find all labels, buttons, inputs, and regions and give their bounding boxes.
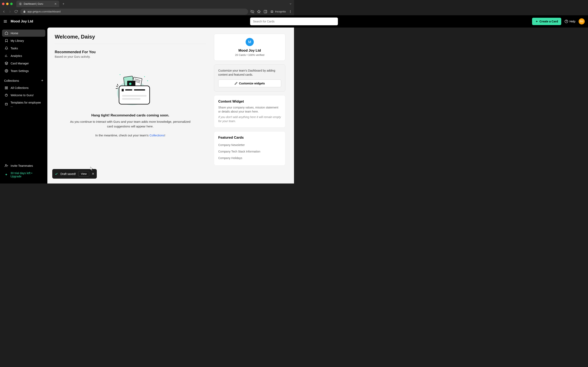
main-content: Welcome, Daisy Recommended For You Based… bbox=[47, 27, 294, 184]
search-input[interactable] bbox=[253, 20, 294, 23]
user-plus-icon bbox=[4, 164, 8, 167]
url-text: app.getguru.com/dashboard bbox=[27, 10, 61, 13]
collections-link[interactable]: Collections bbox=[149, 133, 164, 137]
forward-button[interactable] bbox=[8, 10, 12, 13]
app-header: Mood Joy Ltd Create a Card Help DJ bbox=[0, 15, 294, 27]
svg-point-20 bbox=[6, 70, 7, 71]
right-rail: M Mood Joy Ltd 20 Cards • 100% verified … bbox=[214, 34, 285, 177]
featured-item[interactable]: Company Tech Stack Information bbox=[218, 148, 281, 155]
tab-bar: G Dashboard | Guru ✕ + bbox=[0, 0, 294, 8]
tab-close-icon[interactable]: ✕ bbox=[54, 2, 57, 6]
empty-state: Hang tight! Recommended cards coming soo… bbox=[55, 58, 206, 145]
empty-cta: In the meantime, check out your team's C… bbox=[67, 133, 194, 137]
bell-icon bbox=[4, 47, 8, 50]
svg-point-8 bbox=[290, 12, 291, 13]
toast-message: Draft saved! bbox=[61, 172, 76, 175]
tab-title: Dashboard | Guru bbox=[24, 2, 53, 5]
org-name: Mood Joy Ltd bbox=[218, 49, 281, 53]
url-bar[interactable]: app.getguru.com/dashboard bbox=[20, 8, 248, 15]
toast-close-icon[interactable]: ✕ bbox=[92, 172, 94, 176]
new-tab-button[interactable]: + bbox=[61, 1, 66, 7]
toolbar-icons: Incognito bbox=[251, 10, 292, 13]
bookmark-icon bbox=[4, 39, 8, 42]
nav-my-library[interactable]: My Library bbox=[2, 37, 45, 44]
search-box[interactable] bbox=[250, 17, 294, 25]
recommended-title: Recommended For You bbox=[55, 50, 206, 54]
grid-icon bbox=[4, 86, 8, 90]
svg-rect-22 bbox=[7, 87, 8, 88]
add-collection-button[interactable]: + bbox=[41, 78, 43, 83]
workspace-name[interactable]: Mood Joy Ltd bbox=[11, 19, 33, 24]
app-body: Home My Library Tasks Analytics Card Man… bbox=[0, 15, 294, 184]
analytics-icon bbox=[4, 54, 8, 58]
kebab-menu-icon[interactable] bbox=[289, 10, 292, 13]
svg-rect-2 bbox=[264, 10, 267, 13]
collection-welcome[interactable]: Welcome to Guru! bbox=[2, 92, 45, 99]
svg-point-25 bbox=[5, 94, 8, 96]
nav-home[interactable]: Home bbox=[2, 30, 45, 37]
eye-off-icon[interactable] bbox=[251, 10, 254, 13]
content-widget-desc: Share your company values, mission state… bbox=[218, 106, 281, 114]
incognito-icon bbox=[270, 10, 274, 13]
featured-item[interactable]: Company Newsletter bbox=[218, 142, 281, 148]
empty-title: Hang tight! Recommended cards coming soo… bbox=[67, 113, 194, 117]
svg-point-5 bbox=[272, 12, 273, 13]
empty-description: As you continue to interact with Guru an… bbox=[67, 119, 194, 129]
svg-rect-43 bbox=[122, 95, 147, 97]
nav-team-settings[interactable]: Team Settings bbox=[2, 67, 45, 75]
browser-chrome: G Dashboard | Guru ✕ + app.getguru.com/d… bbox=[0, 0, 294, 15]
sidebar: Home My Library Tasks Analytics Card Man… bbox=[0, 15, 47, 184]
welcome-title: Welcome, Daisy bbox=[55, 34, 206, 40]
trial-upgrade[interactable]: 30 trial days left • Upgrade bbox=[2, 170, 45, 180]
window-minimize[interactable] bbox=[6, 3, 9, 5]
customize-widget: Customize your team's Dashboard by addin… bbox=[214, 64, 285, 92]
content-widget-title: Content Widget bbox=[218, 100, 281, 104]
gear-icon bbox=[4, 69, 8, 73]
svg-rect-26 bbox=[5, 103, 7, 105]
svg-point-45 bbox=[120, 74, 121, 75]
featured-widget[interactable]: Featured Cards Company Newsletter Compan… bbox=[214, 131, 285, 166]
collections-list: All Collections Welcome to Guru! Templat… bbox=[0, 84, 47, 110]
collections-header: Collections + bbox=[0, 75, 47, 84]
svg-marker-1 bbox=[258, 10, 260, 13]
incognito-badge[interactable]: Incognito bbox=[270, 10, 286, 13]
invite-teammates[interactable]: Invite Teammates bbox=[2, 162, 45, 169]
collection-all[interactable]: All Collections bbox=[2, 84, 45, 91]
nav-tasks[interactable]: Tasks bbox=[2, 45, 45, 52]
customize-widgets-button[interactable]: Customize widgets bbox=[218, 80, 281, 87]
sparkle-icon bbox=[4, 173, 8, 176]
lock-icon bbox=[23, 10, 26, 13]
check-icon bbox=[55, 172, 58, 175]
panel-icon[interactable] bbox=[264, 10, 267, 13]
svg-point-38 bbox=[129, 83, 131, 85]
layers-icon bbox=[4, 62, 8, 65]
window-controls bbox=[2, 3, 13, 5]
org-avatar: M bbox=[246, 38, 254, 46]
toast: Draft saved! View ✕ bbox=[52, 169, 97, 179]
toast-view-button[interactable]: View bbox=[78, 171, 89, 176]
sidebar-footer: Invite Teammates 30 trial days left • Up… bbox=[0, 162, 47, 184]
reload-button[interactable] bbox=[14, 10, 18, 13]
svg-rect-24 bbox=[5, 88, 6, 89]
browser-tab[interactable]: G Dashboard | Guru ✕ bbox=[16, 1, 59, 7]
star-icon[interactable] bbox=[257, 10, 261, 13]
featured-title: Featured Cards bbox=[218, 136, 281, 140]
svg-rect-41 bbox=[125, 89, 132, 91]
org-stats: 20 Cards • 100% verified bbox=[218, 53, 281, 57]
svg-rect-42 bbox=[134, 89, 145, 91]
window-maximize[interactable] bbox=[10, 3, 13, 5]
guru-icon bbox=[4, 94, 8, 97]
back-button[interactable] bbox=[2, 10, 6, 13]
featured-item[interactable]: Company Holidays bbox=[218, 155, 281, 161]
content-column: Welcome, Daisy Recommended For You Based… bbox=[55, 34, 206, 177]
svg-point-4 bbox=[271, 12, 272, 13]
nav-card-manager[interactable]: Card Manager bbox=[2, 60, 45, 67]
window-close[interactable] bbox=[2, 3, 4, 5]
nav-analytics[interactable]: Analytics bbox=[2, 52, 45, 59]
collection-templates[interactable]: Templates for employee ... bbox=[2, 99, 45, 109]
content-widget[interactable]: Content Widget Share your company values… bbox=[214, 95, 285, 127]
hamburger-menu-icon[interactable] bbox=[3, 19, 7, 24]
svg-marker-19 bbox=[5, 62, 8, 63]
tabs-dropdown-icon[interactable] bbox=[289, 2, 292, 5]
org-widget: M Mood Joy Ltd 20 Cards • 100% verified bbox=[214, 34, 285, 61]
